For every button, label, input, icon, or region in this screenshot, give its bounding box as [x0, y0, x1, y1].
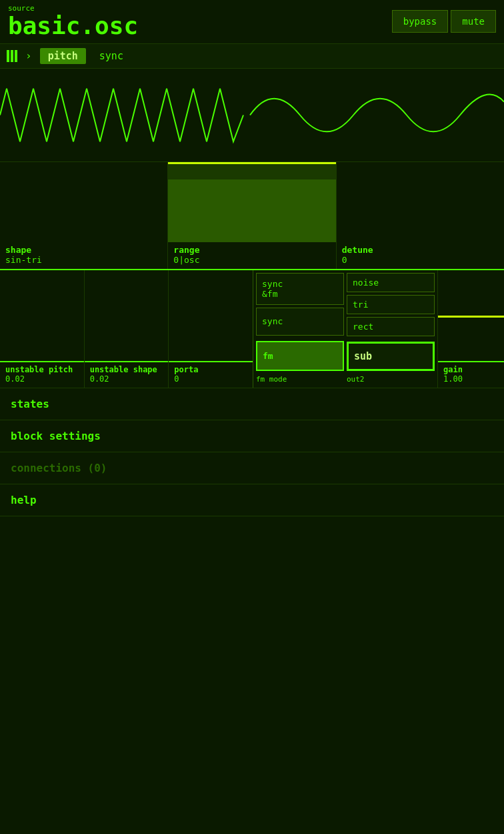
block-settings-section: block settings [0, 420, 504, 452]
bottom-row-labels: fm mode out2 [256, 374, 435, 385]
states-header[interactable]: states [0, 388, 504, 420]
unstable-pitch-slider[interactable] [0, 270, 84, 362]
unstable-shape-title: unstable shape [90, 365, 163, 374]
tab-sync[interactable]: sync [91, 48, 131, 64]
range-label-area: range 0|osc [168, 242, 335, 269]
gain-cell: gain 1.00 [437, 270, 504, 388]
bypass-button[interactable]: bypass [392, 10, 449, 33]
sync-fm-button[interactable]: sync &fm [256, 273, 344, 305]
unstable-pitch-title: unstable pitch [5, 365, 79, 374]
nav-bar: › pitch sync [0, 44, 504, 69]
header-buttons: bypass mute [392, 10, 496, 33]
range-inner-block [168, 179, 335, 242]
tab-pitch[interactable]: pitch [40, 48, 86, 64]
waveform-svg [0, 69, 504, 161]
block-settings-header[interactable]: block settings [0, 420, 504, 452]
sync-button[interactable]: sync [256, 308, 344, 336]
detune-cell: detune 0 [337, 162, 504, 269]
gain-slider-fill [438, 316, 504, 318]
gain-title: gain [443, 365, 499, 374]
range-slider-area[interactable] [168, 162, 335, 242]
shape-label-area: shape sin-tri [0, 242, 167, 269]
sub-button[interactable]: sub [347, 342, 435, 371]
detune-value: 0 [342, 255, 499, 265]
porta-label: porta 0 [169, 362, 253, 388]
bottom-right: sync &fm sync fm noise tri rect sub fm m… [253, 270, 504, 388]
shape-title: shape [5, 245, 162, 255]
mode-grid: sync &fm sync fm noise tri rect sub [256, 273, 435, 371]
bottom-left: unstable pitch 0.02 unstable shape 0.02 … [0, 270, 253, 388]
unstable-shape-label: unstable shape 0.02 [85, 362, 169, 388]
detune-label-area: detune 0 [337, 242, 504, 269]
range-title: range [173, 245, 330, 255]
controls-bottom: unstable pitch 0.02 unstable shape 0.02 … [0, 270, 504, 388]
tri-button[interactable]: tri [347, 295, 435, 314]
states-section: states [0, 388, 504, 420]
unstable-shape-cell: unstable shape 0.02 [85, 270, 169, 388]
range-value: 0|osc [173, 255, 330, 265]
fm-button[interactable]: fm [256, 341, 344, 370]
bottom-right-inner: sync &fm sync fm noise tri rect sub fm m… [253, 270, 437, 388]
mode-col-left: sync &fm sync fm [256, 273, 344, 371]
mute-button[interactable]: mute [451, 10, 496, 33]
porta-slider[interactable] [169, 270, 253, 362]
out2-label: out2 [347, 374, 435, 385]
header-left: source basic.osc [8, 4, 138, 39]
porta-cell: porta 0 [169, 270, 253, 388]
mode-col-right: noise tri rect sub [347, 273, 435, 371]
nav-icon-line2 [11, 50, 13, 62]
unstable-pitch-cell: unstable pitch 0.02 [0, 270, 85, 388]
nav-icon[interactable] [7, 50, 17, 62]
controls-top: shape sin-tri range 0|osc detune 0 [0, 162, 504, 270]
rect-button[interactable]: rect [347, 317, 435, 336]
nav-icon-line3 [15, 50, 17, 62]
gain-value: 1.00 [443, 374, 499, 384]
porta-title: porta [174, 365, 247, 374]
range-cell: range 0|osc [168, 162, 336, 269]
unstable-pitch-value: 0.02 [5, 374, 79, 384]
app-title: basic.osc [8, 12, 138, 39]
detune-slider-area[interactable] [337, 162, 504, 242]
fm-mode-label: fm mode [256, 374, 344, 385]
help-section: help [0, 484, 504, 516]
connections-section: connections (0) [0, 452, 504, 484]
unstable-pitch-label: unstable pitch 0.02 [0, 362, 84, 388]
porta-value: 0 [174, 374, 247, 384]
gain-slider-area[interactable] [438, 270, 504, 361]
shape-value: sin-tri [5, 255, 162, 265]
waveform-display [0, 69, 504, 162]
noise-button[interactable]: noise [347, 273, 435, 292]
shape-cell: shape sin-tri [0, 162, 168, 269]
connections-header[interactable]: connections (0) [0, 452, 504, 484]
nav-separator: › [25, 49, 32, 62]
shape-slider-area[interactable] [0, 162, 167, 242]
help-header[interactable]: help [0, 484, 504, 516]
nav-icon-line1 [7, 50, 9, 62]
gain-label-area: gain 1.00 [438, 361, 504, 388]
detune-title: detune [342, 245, 499, 255]
unstable-shape-slider[interactable] [85, 270, 169, 362]
unstable-shape-value: 0.02 [90, 374, 163, 384]
header: source basic.osc bypass mute [0, 0, 504, 44]
